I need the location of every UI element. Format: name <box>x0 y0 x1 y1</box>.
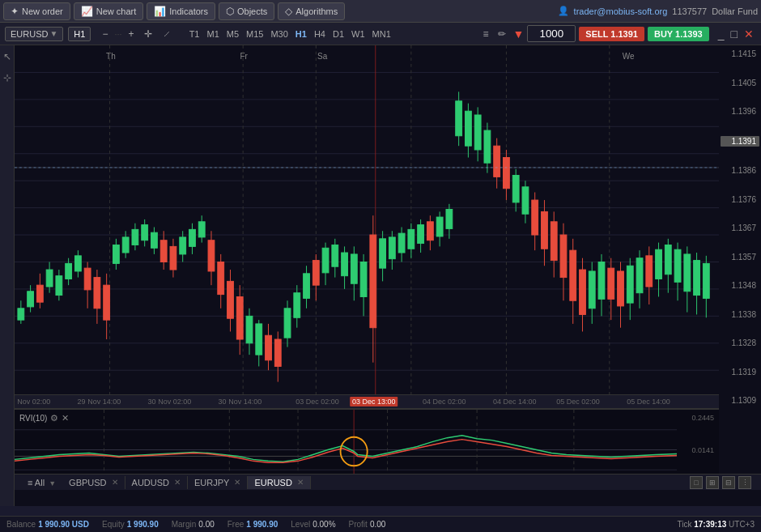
tab-gbpusd-label: GBPUSD <box>69 478 106 487</box>
svg-rect-102 <box>398 233 405 253</box>
rvi-price-mid: 0.0141 <box>678 446 717 454</box>
profit-item: Profit 0.00 <box>349 520 386 529</box>
buy-button[interactable]: BUY 1.1393 <box>648 27 709 41</box>
candlestick-chart <box>15 45 719 409</box>
svg-rect-156 <box>656 249 662 279</box>
tf-h4[interactable]: H4 <box>311 28 329 40</box>
tf-m1[interactable]: M1 <box>203 28 222 40</box>
svg-rect-130 <box>532 200 538 235</box>
equity-value: 1 990.90 <box>127 520 159 529</box>
svg-rect-80 <box>294 293 300 318</box>
cursor-tool[interactable]: ↖ <box>3 49 11 65</box>
window-controls: _ □ ✕ <box>716 28 756 40</box>
svg-rect-164 <box>694 261 700 296</box>
svg-rect-148 <box>618 271 624 306</box>
tab-eurjpy[interactable]: EURJPY ✕ <box>188 476 248 489</box>
time-30nov-02: 30 Nov 02:00 <box>148 398 192 406</box>
quantity-input[interactable] <box>527 25 576 42</box>
pen-button[interactable]: ✏ <box>495 27 509 41</box>
close-button[interactable]: ✕ <box>742 28 756 40</box>
time-05dec-14: 05 Dec 14:00 <box>627 398 670 406</box>
tf-t1[interactable]: T1 <box>186 28 203 40</box>
tf-d1[interactable]: D1 <box>329 28 347 40</box>
objects-icon: ⬡ <box>226 6 234 17</box>
objects-label: Objects <box>237 6 267 16</box>
zoom-out-button[interactable]: − <box>99 27 111 41</box>
symbol-selector[interactable]: EURUSD ▼ <box>5 27 63 41</box>
tf-m5[interactable]: M5 <box>223 28 242 40</box>
indicators-label: Indicators <box>169 6 208 16</box>
svg-rect-122 <box>494 146 500 177</box>
indicators-button[interactable]: 📊 Indicators <box>147 2 215 20</box>
new-chart-button[interactable]: 📈 New chart <box>74 2 144 20</box>
objects-button[interactable]: ⬡ Objects <box>219 2 274 20</box>
view-single-button[interactable]: □ <box>690 476 703 489</box>
new-order-button[interactable]: ✦ New order <box>3 2 70 20</box>
tick-timezone: UTC+3 <box>729 520 755 529</box>
tab-audusd[interactable]: AUDUSD ✕ <box>125 476 188 489</box>
svg-rect-146 <box>608 268 614 299</box>
tf-h1[interactable]: H1 <box>292 28 310 40</box>
timeframe-selector[interactable]: H1 <box>68 27 91 41</box>
svg-rect-82 <box>304 274 310 299</box>
price-1348: 1.1348 <box>721 281 759 290</box>
svg-rect-90 <box>342 253 348 276</box>
svg-rect-38 <box>94 278 100 309</box>
svg-rect-44 <box>122 237 129 253</box>
svg-rect-30 <box>56 276 62 296</box>
free-value: 1 990.90 <box>246 520 278 529</box>
svg-rect-136 <box>560 235 567 278</box>
price-1367: 1.1367 <box>721 223 759 232</box>
tab-eurusd-close[interactable]: ✕ <box>297 478 304 487</box>
equity-item: Equity 1 990.90 <box>102 520 159 529</box>
view-grid4-button[interactable]: ⊟ <box>722 476 735 489</box>
tab-all-selector[interactable]: ≡ All ▼ <box>21 476 62 489</box>
sell-label: SELL <box>585 29 608 39</box>
tf-m30[interactable]: M30 <box>267 28 291 40</box>
view-columns-button[interactable]: ⋮ <box>738 476 751 489</box>
svg-rect-96 <box>370 235 376 328</box>
price-axis: 1.1415 1.1405 1.1396 1.1391 1.1386 1.137… <box>719 45 761 409</box>
margin-value: 0.00 <box>198 520 214 529</box>
sell-button[interactable]: SELL 1.1391 <box>579 27 644 41</box>
dropdown-icon: ▼ <box>49 29 57 38</box>
rvi-close-icon[interactable]: ✕ <box>62 413 69 423</box>
algorithms-button[interactable]: ◇ Algorithms <box>278 2 345 20</box>
svg-rect-62 <box>208 240 215 271</box>
tf-mn1[interactable]: MN1 <box>369 28 394 40</box>
tab-eurjpy-close[interactable]: ✕ <box>234 478 240 487</box>
tab-gbpusd[interactable]: GBPUSD ✕ <box>62 476 125 489</box>
chart-area[interactable]: Th Fr Sa We <box>15 45 761 506</box>
svg-rect-70 <box>246 316 253 343</box>
svg-rect-92 <box>351 254 357 283</box>
tf-m15[interactable]: M15 <box>243 28 266 40</box>
tab-audusd-close[interactable]: ✕ <box>174 478 181 487</box>
rvi-settings-icon[interactable]: ⚙ <box>50 413 58 423</box>
timeframe-label: H1 <box>74 29 85 39</box>
time-axis: 29 Nov 02:00 29 Nov 14:00 30 Nov 02:00 3… <box>15 394 719 409</box>
svg-rect-72 <box>256 324 262 355</box>
svg-rect-36 <box>84 268 91 290</box>
svg-rect-108 <box>427 222 433 240</box>
svg-rect-140 <box>580 270 586 314</box>
profit-label: Profit <box>349 520 368 529</box>
line-tool-button[interactable]: ⟋ <box>159 27 175 41</box>
view-grid2-button[interactable]: ⊞ <box>706 476 719 489</box>
tab-eurusd[interactable]: EURUSD ✕ <box>248 476 310 489</box>
chart-tabs: ≡ All ▼ GBPUSD ✕ AUDUSD ✕ EURJPY ✕ EURUS… <box>15 474 761 490</box>
minimize-button[interactable]: _ <box>716 28 727 40</box>
time-04dec-02: 04 Dec 02:00 <box>423 398 466 406</box>
crosshair-tool[interactable]: ⊹ <box>3 70 11 86</box>
settings-button[interactable]: ≡ <box>479 27 491 41</box>
svg-rect-118 <box>474 115 481 150</box>
tf-w1[interactable]: W1 <box>348 28 368 40</box>
crosshair-button[interactable]: ✛ <box>141 27 155 41</box>
tab-gbpusd-close[interactable]: ✕ <box>112 478 118 487</box>
svg-rect-26 <box>36 285 43 302</box>
svg-rect-98 <box>380 239 386 268</box>
svg-rect-60 <box>198 222 205 237</box>
maximize-button[interactable]: □ <box>729 28 740 40</box>
svg-rect-114 <box>456 101 462 136</box>
sell-price: 1.1391 <box>610 29 638 39</box>
zoom-in-button[interactable]: + <box>125 27 138 41</box>
